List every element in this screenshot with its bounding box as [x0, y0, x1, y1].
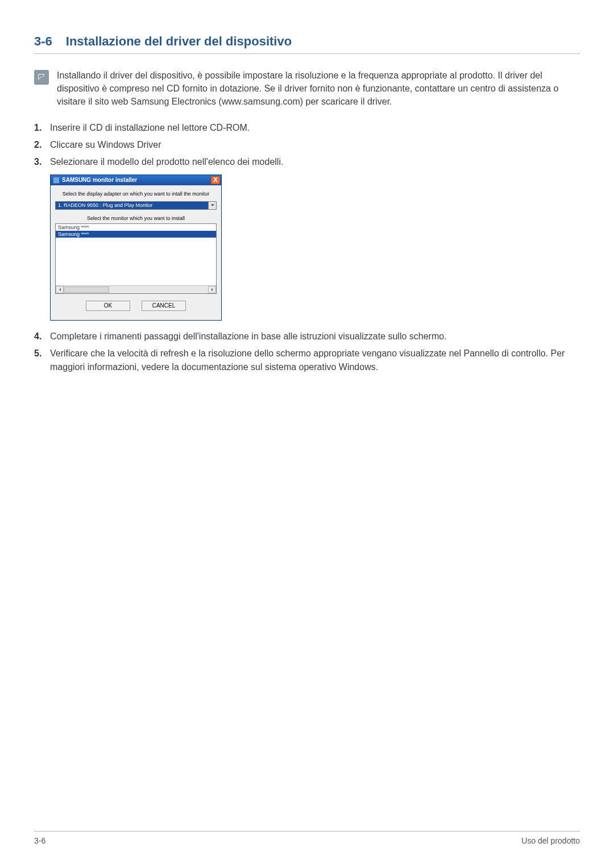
installer-window: SAMSUNG monitor installer X Select the d… [50, 175, 222, 321]
section-heading: 3-6 Installazione del driver del disposi… [34, 34, 580, 49]
list-item[interactable]: Samsung **** [56, 224, 216, 231]
heading-rule [34, 53, 580, 54]
footer-right: Uso del prodotto [521, 836, 580, 845]
step-3: Selezionare il modello del prodotto nell… [34, 155, 580, 169]
chevron-left-icon[interactable] [56, 286, 64, 293]
ok-button[interactable]: OK [86, 301, 130, 311]
adapter-select-value: 1. RADEON 9550 : Plug and Play Monitor [55, 201, 209, 210]
monitor-list[interactable]: Samsung **** Samsung **** [55, 223, 217, 294]
close-icon[interactable]: X [211, 176, 220, 184]
window-title: SAMSUNG monitor installer [62, 177, 137, 183]
step-5: Verificare che la velocità di refresh e … [34, 347, 580, 374]
window-icon [53, 177, 60, 184]
adapter-select[interactable]: 1. RADEON 9550 : Plug and Play Monitor [55, 201, 217, 210]
heading-title: Installazione del driver del dispositivo [66, 34, 292, 49]
step-1: Inserire il CD di installazione nel lett… [34, 121, 580, 135]
cancel-button[interactable]: CANCEL [142, 301, 186, 311]
adapter-label: Select the display adapter on which you … [55, 191, 217, 197]
heading-number: 3-6 [34, 34, 52, 49]
note-text: Installando il driver del dispositivo, è… [57, 69, 580, 109]
steps-list-continued: Completare i rimanenti passaggi dell'ins… [34, 330, 580, 374]
step-2: Cliccare su Windows Driver [34, 138, 580, 152]
horizontal-scrollbar[interactable] [56, 285, 216, 293]
chevron-right-icon[interactable] [208, 286, 216, 293]
scrollbar-thumb[interactable] [64, 286, 109, 293]
steps-list: Inserire il CD di installazione nel lett… [34, 121, 580, 169]
step-4: Completare i rimanenti passaggi dell'ins… [34, 330, 580, 343]
installer-dialog-figure: SAMSUNG monitor installer X Select the d… [50, 175, 580, 321]
note-icon [34, 70, 49, 85]
footer-left: 3-6 [34, 836, 45, 845]
note-block: Installando il driver del dispositivo, è… [34, 69, 580, 109]
titlebar: SAMSUNG monitor installer X [51, 175, 221, 185]
list-item[interactable]: Samsung **** [56, 231, 216, 238]
chevron-down-icon[interactable] [209, 201, 217, 210]
monitor-label: Select the monitor which you want to ins… [55, 215, 217, 221]
page-footer: 3-6 Uso del prodotto [34, 831, 580, 845]
